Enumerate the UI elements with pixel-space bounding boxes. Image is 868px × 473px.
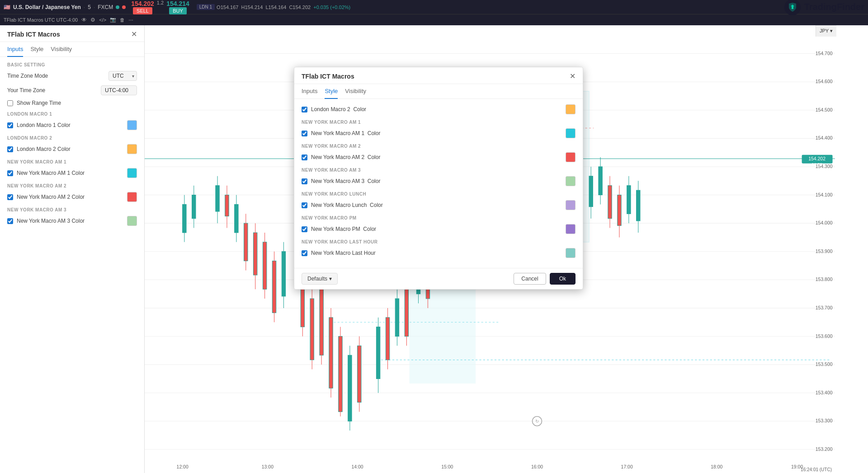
your-time-zone-input[interactable] [101, 85, 137, 95]
eye-icon[interactable]: 👁 [81, 17, 87, 23]
dialog-content: London Macro 2 Color NEW YORK MACRO AM 1… [294, 99, 583, 268]
svg-text:154.000: 154.000 [816, 220, 833, 225]
ny-macro-am2-dialog-swatch[interactable] [566, 152, 576, 162]
ny-macro-am3-dialog-checkbox[interactable] [302, 178, 307, 184]
your-time-zone-label: Your Time Zone [7, 87, 45, 94]
your-time-zone-row: Your Time Zone [7, 85, 137, 95]
dialog-tab-visibility[interactable]: Visibility [345, 84, 366, 99]
separator: · [84, 4, 85, 10]
ny-macro-am3-color-label: New York Macro AM 3 Color [17, 218, 123, 224]
london-macro-2-dialog-label: London Macro 2 Color [311, 106, 562, 112]
ny-macro-am1-swatch[interactable] [127, 168, 137, 178]
tab-visibility-left[interactable]: Visibility [51, 42, 72, 57]
show-range-time-row: Show Range Time [7, 100, 137, 106]
london-macro-1-row: London Macro 1 Color [7, 120, 137, 130]
ny-macro-am3-dialog-label: New York Macro AM 3 Color [311, 178, 562, 184]
ny-macro-am2-row: New York Macro AM 2 Color [7, 192, 137, 202]
indicator-label[interactable]: TFlab ICT Macros UTC UTC-4:00 [4, 17, 78, 23]
ny-macro-pm-dialog-swatch[interactable] [566, 224, 576, 234]
svg-text:153.800: 153.800 [816, 277, 833, 282]
svg-text:12:00: 12:00 [177, 464, 189, 469]
footer-buttons: Cancel Ok [514, 273, 576, 285]
ny-macro-am2-checkbox[interactable] [7, 194, 13, 200]
ny-macro-lunch-dialog-label: New York Macro Lunch Color [311, 202, 562, 208]
london-macro-2-row: London Macro 2 Color [7, 144, 137, 154]
london-macro-1-color-label: London Macro 1 Color [17, 122, 123, 128]
settings-icon[interactable]: ⚙ [90, 17, 95, 23]
top-bar: 🇺🇸 U.S. Dollar / Japanese Yen · 5 · FXCM… [0, 0, 868, 14]
left-panel-title: TFlab ICT Macros [7, 31, 60, 38]
pair-name: U.S. Dollar / Japanese Yen [13, 4, 81, 10]
left-panel-close[interactable]: ✕ [131, 31, 137, 38]
ny-macro-am1-dialog-swatch[interactable] [566, 128, 576, 138]
chart-area: NY AM 1 NY AM 2 NY AM 3 [145, 25, 868, 473]
ldn-label: LDN 1 [197, 4, 215, 10]
right-dialog: TFlab ICT Macros ✕ Inputs Style Visibili… [294, 67, 583, 290]
svg-text:17:00: 17:00 [621, 464, 633, 469]
ny-macro-am2-swatch[interactable] [127, 192, 137, 202]
defaults-dropdown-icon: ▾ [329, 276, 332, 282]
code-icon[interactable]: </> [99, 17, 106, 23]
london-macro-2-swatch[interactable] [127, 144, 137, 154]
ny-macro-am3-swatch[interactable] [127, 216, 137, 226]
ny-macro-am1-dialog-label: New York Macro AM 1 Color [311, 130, 562, 136]
camera-icon[interactable]: 📷 [110, 17, 116, 23]
ok-button[interactable]: Ok [550, 273, 576, 285]
ny-macro-lunch-dialog-checkbox[interactable] [302, 202, 307, 208]
tab-style-left[interactable]: Style [30, 42, 43, 57]
defaults-button[interactable]: Defaults ▾ [302, 273, 338, 285]
ny-macro-am2-dialog-row: New York Macro AM 2 Color [302, 152, 576, 162]
london-macro-1-checkbox[interactable] [7, 122, 13, 128]
ny-macro-last-hour-dialog-label: New York Macro Last Hour [311, 250, 562, 256]
svg-text:14:00: 14:00 [352, 464, 363, 469]
ny-macro-lunch-dialog-row: New York Macro Lunch Color [302, 200, 576, 210]
ny-macro-am2-dialog-label: New York Macro AM 2 Color [311, 154, 562, 160]
ny-macro-am3-dialog-row: New York Macro AM 3 Color [302, 176, 576, 186]
london-macro-2-label: LONDON MACRO 2 [7, 136, 137, 140]
svg-text:153.500: 153.500 [816, 362, 833, 367]
dialog-header: TFlab ICT Macros ✕ [294, 67, 583, 84]
svg-text:153.200: 153.200 [816, 447, 833, 452]
ny-macro-am3-dialog-swatch[interactable] [566, 176, 576, 186]
spread: 1.2 [155, 0, 165, 14]
london-macro-2-dialog-checkbox[interactable] [302, 107, 307, 112]
flag-icon: 🇺🇸 [4, 4, 10, 10]
more-icon[interactable]: ··· [128, 16, 133, 23]
ny-macro-pm-dialog-checkbox[interactable] [302, 226, 307, 232]
ny-macro-am3-label-left: NEW YORK MACRO AM 3 [7, 207, 137, 212]
left-panel-tabs: Inputs Style Visibility [0, 42, 144, 57]
ny-macro-lunch-dialog-swatch[interactable] [566, 200, 576, 210]
london-macro-1-swatch[interactable] [127, 120, 137, 130]
currency-selector[interactable]: JPY ▾ [816, 25, 836, 37]
svg-text:154.500: 154.500 [816, 108, 833, 112]
time-zone-mode-select[interactable]: UTC Local [108, 71, 137, 81]
london-macro-2-dialog-swatch[interactable] [566, 104, 576, 114]
ny-macro-last-hour-dialog-swatch[interactable] [566, 248, 576, 258]
ny-macro-am1-dialog-checkbox[interactable] [302, 131, 307, 136]
dot-green [116, 5, 119, 9]
tab-inputs-left[interactable]: Inputs [7, 42, 23, 57]
svg-text:↻: ↻ [535, 419, 539, 424]
ny-macro-last-hour-dialog-checkbox[interactable] [302, 250, 307, 256]
buy-price: 154.214 [166, 0, 189, 7]
dialog-tab-inputs[interactable]: Inputs [302, 84, 317, 99]
london-macro-2-checkbox[interactable] [7, 146, 13, 152]
ny-last-hour-section: NEW YORK MACRO LAST HOUR [302, 239, 576, 244]
sell-button[interactable]: SELL [133, 7, 152, 14]
ny-lunch-section: NEW YORK MACRO LUNCH [302, 192, 576, 197]
ny-macro-am1-checkbox[interactable] [7, 170, 13, 176]
ny-macro-am2-color-label: New York Macro AM 2 Color [17, 194, 123, 200]
dialog-close-button[interactable]: ✕ [570, 73, 576, 80]
ny-macro-am1-row: New York Macro AM 1 Color [7, 168, 137, 178]
logo-area: TradingFinder [784, 0, 864, 15]
show-range-checkbox[interactable] [7, 100, 13, 106]
ny-macro-am3-checkbox[interactable] [7, 218, 13, 224]
cancel-button[interactable]: Cancel [514, 273, 546, 285]
svg-text:153.400: 153.400 [816, 390, 833, 395]
ny-macro-am2-dialog-checkbox[interactable] [302, 155, 307, 160]
delete-icon[interactable]: 🗑 [120, 17, 125, 23]
ny-macro-am3-row: New York Macro AM 3 Color [7, 216, 137, 226]
buy-button[interactable]: BUY [169, 7, 187, 14]
logo-icon [784, 0, 801, 15]
dialog-tab-style[interactable]: Style [325, 84, 338, 99]
